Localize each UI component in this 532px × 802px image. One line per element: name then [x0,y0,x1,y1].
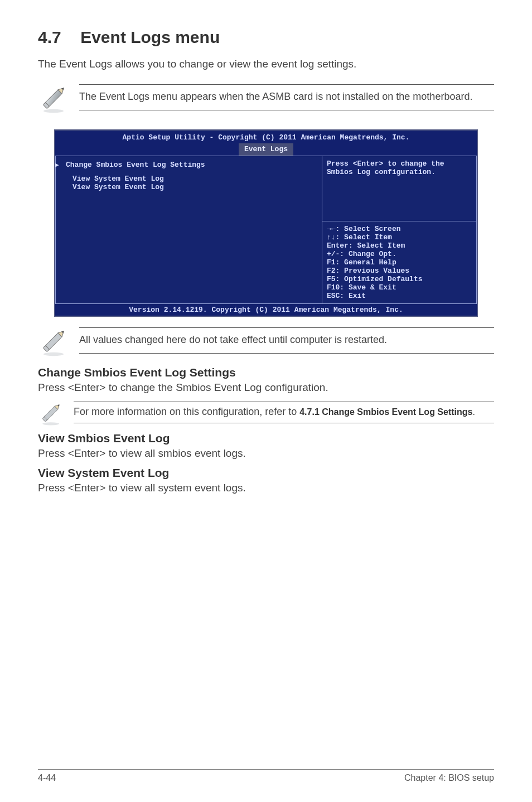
bios-key-line: ↑↓: Select Item [327,233,472,241]
bios-menu-item[interactable]: View System Event Log [72,175,316,183]
page-number: 4-44 [38,773,56,783]
bios-menu-item[interactable]: Change Smbios Event Log Settings [66,161,316,169]
subsection-title: Change Smbios Event Log Settings [38,366,494,379]
bios-menu-item[interactable]: View System Event Log [72,183,316,191]
bios-key-line: ESC: Exit [327,292,472,300]
bios-key-line: Enter: Select Item [327,241,472,250]
section-heading: 4.7 Event Logs menu [38,28,494,47]
subsection-body: Press <Enter> to view all system event l… [38,482,494,494]
pencil-icon [38,399,65,426]
subsection-body: Press <Enter> to change the Smbios Event… [38,381,494,394]
bios-key-legend: →←: Select Screen ↑↓: Select Item Enter:… [322,221,477,304]
bios-key-line: F10: Save & Exit [327,283,472,292]
bios-active-tab[interactable]: Event Logs [239,143,293,156]
subsection-title: View Smbios Event Log [38,432,494,445]
page-footer: 4-44 Chapter 4: BIOS setup [38,769,494,783]
svg-point-9 [43,352,64,356]
note-text-pre: For more information on this configurati… [74,406,299,417]
svg-point-4 [43,109,64,112]
subsection-body: Press <Enter> to view all smbios event l… [38,447,494,460]
note-text: The Event Logs menu appears when the ASM… [79,90,491,103]
note-text-wrap: For more information on this configurati… [74,402,494,423]
svg-point-14 [42,422,59,425]
heading-number: 4.7 [38,28,61,47]
bios-key-line: →←: Select Screen [327,225,472,233]
note-text-wrap: All values changed here do not take effe… [79,327,494,354]
bios-right-pane: Press <Enter> to change the Smbios Log c… [322,156,477,304]
bios-title-text: Aptio Setup Utility - Copyright (C) 2011… [55,133,477,143]
note-block-config-ref: For more information on this configurati… [38,399,494,426]
bios-help-text: Press <Enter> to change the Smbios Log c… [322,156,477,221]
bios-panel: Aptio Setup Utility - Copyright (C) 2011… [54,129,478,317]
chapter-label: Chapter 4: BIOS setup [404,773,494,783]
note-text-wrap: The Event Logs menu appears when the ASM… [79,84,494,110]
bios-body: ▶ Change Smbios Event Log Settings View … [55,156,477,304]
pencil-icon [38,81,70,114]
bios-key-line: F5: Optimized Defaults [327,275,472,283]
triangle-icon: ▶ [55,161,59,168]
note-text: All values changed here do not take effe… [79,334,491,346]
pencil-icon [38,325,70,357]
note-block-top: The Event Logs menu appears when the ASM… [38,81,494,114]
subsection-title: View System Event Log [38,466,494,480]
bios-key-line: F2: Previous Values [327,267,472,275]
intro-paragraph: The Event Logs allows you to change or v… [38,57,494,71]
note-block-restart: All values changed here do not take effe… [38,325,494,357]
note-text-bold: 4.7.1 Change Smbios Event Log Settings [299,407,472,417]
bios-menu-pane: ▶ Change Smbios Event Log Settings View … [55,156,322,304]
bios-footer: Version 2.14.1219. Copyright (C) 2011 Am… [55,304,477,316]
heading-title: Event Logs menu [80,28,220,47]
note-text-post: . [472,407,475,417]
bios-key-line: +/-: Change Opt. [327,250,472,258]
bios-key-line: F1: General Help [327,258,472,267]
bios-titlebar: Aptio Setup Utility - Copyright (C) 2011… [55,131,477,156]
